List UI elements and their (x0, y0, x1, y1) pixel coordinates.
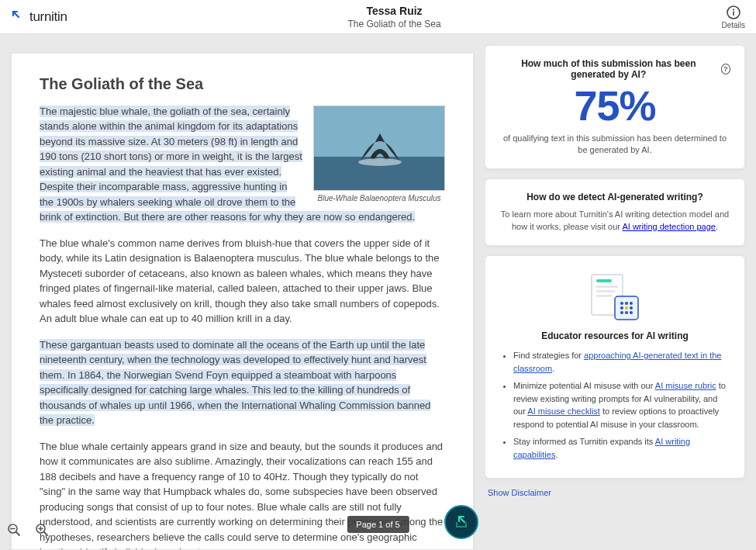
svg-point-5 (358, 158, 402, 166)
svg-point-1 (733, 9, 734, 11)
top-bar: turnitin Tessa Ruiz The Goliath of the S… (0, 0, 756, 34)
list-item: Find strategies for approaching AI-gener… (513, 349, 730, 375)
list-item: Stay informed as Turnitin expands its AI… (513, 435, 730, 461)
resources-list: Find strategies for approaching AI-gener… (499, 349, 730, 461)
zoom-in-button[interactable] (33, 521, 51, 539)
details-button[interactable]: Details (721, 5, 745, 29)
detection-link[interactable]: AI writing detection page (622, 222, 715, 231)
svg-point-17 (630, 306, 633, 310)
zoom-out-icon (7, 523, 21, 537)
figure: Blue-Whale Balaenoptera Musculus (313, 106, 445, 203)
page-counter: Page 1 of 5 (347, 516, 409, 533)
svg-rect-7 (596, 279, 612, 282)
show-disclaimer-link[interactable]: Show Disclaimer (485, 488, 745, 497)
svg-point-18 (620, 311, 623, 314)
ai-percentage-sub: of qualifying text in this submission ha… (499, 133, 730, 157)
resources-illustration (499, 268, 730, 324)
list-item: Minimize potential AI misuse with our AI… (513, 379, 730, 431)
detection-question: How do we detect AI-generated writing? (499, 192, 730, 202)
document-heading: The Goliath of the Sea (40, 75, 445, 93)
zoom-tools (5, 521, 51, 539)
turnitin-logo-icon (11, 9, 26, 25)
zoom-in-icon (35, 523, 49, 537)
resources-card: Educator resources for AI writing Find s… (485, 255, 745, 479)
svg-point-15 (620, 306, 623, 310)
doc-title-small: The Goliath of the Sea (347, 19, 440, 30)
figure-caption: Blue-Whale Balaenoptera Musculus (313, 194, 445, 203)
document-paper: The Goliath of the Sea Blue-Whale Balaen… (11, 53, 474, 551)
help-icon[interactable]: ? (721, 64, 730, 74)
logo-text: turnitin (29, 9, 67, 25)
paragraph-4: The blue whale certainly appears grand i… (40, 439, 445, 551)
paragraph-2: The blue whale's common name derives fro… (40, 236, 445, 327)
svg-rect-2 (733, 12, 734, 16)
ai-percentage-card: How much of this submission has been gen… (485, 45, 745, 170)
svg-point-16 (625, 306, 628, 310)
link-rubric[interactable]: AI misuse rubric (655, 381, 716, 390)
svg-rect-10 (596, 295, 612, 297)
resources-title: Educator resources for AI writing (499, 330, 730, 341)
detection-text: To learn more about Turnitin's AI writin… (499, 209, 730, 233)
svg-point-12 (620, 302, 623, 305)
info-icon (726, 5, 741, 20)
svg-point-19 (625, 311, 628, 314)
svg-point-13 (625, 302, 628, 305)
logo: turnitin (11, 9, 67, 25)
link-checklist[interactable]: AI misuse checklist (527, 406, 600, 416)
student-name: Tessa Ruiz (347, 5, 440, 19)
svg-point-14 (630, 302, 633, 305)
svg-rect-8 (596, 285, 618, 288)
ai-percentage-value: 75% (499, 85, 730, 126)
detection-info-card: How do we detect AI-generated writing? T… (485, 178, 745, 246)
svg-line-25 (44, 532, 47, 535)
svg-rect-9 (596, 290, 615, 292)
app-root: turnitin Tessa Ruiz The Goliath of the S… (0, 0, 756, 550)
enter-icon (453, 514, 470, 531)
ai-percentage-question: How much of this submission has been gen… (499, 58, 730, 80)
paragraph-3: These gargantuan beasts used to dominate… (40, 337, 445, 428)
floating-action-button[interactable] (444, 505, 478, 539)
side-panel: How much of this submission has been gen… (485, 34, 756, 551)
svg-line-22 (16, 532, 19, 535)
main-body: The Goliath of the Sea Blue-Whale Balaen… (0, 34, 756, 551)
zoom-out-button[interactable] (5, 521, 23, 539)
details-label: Details (721, 21, 745, 29)
doc-title-block: Tessa Ruiz The Goliath of the Sea (347, 5, 440, 30)
whale-photo (313, 106, 445, 191)
document-column: The Goliath of the Sea Blue-Whale Balaen… (0, 34, 485, 551)
svg-point-20 (630, 311, 633, 314)
